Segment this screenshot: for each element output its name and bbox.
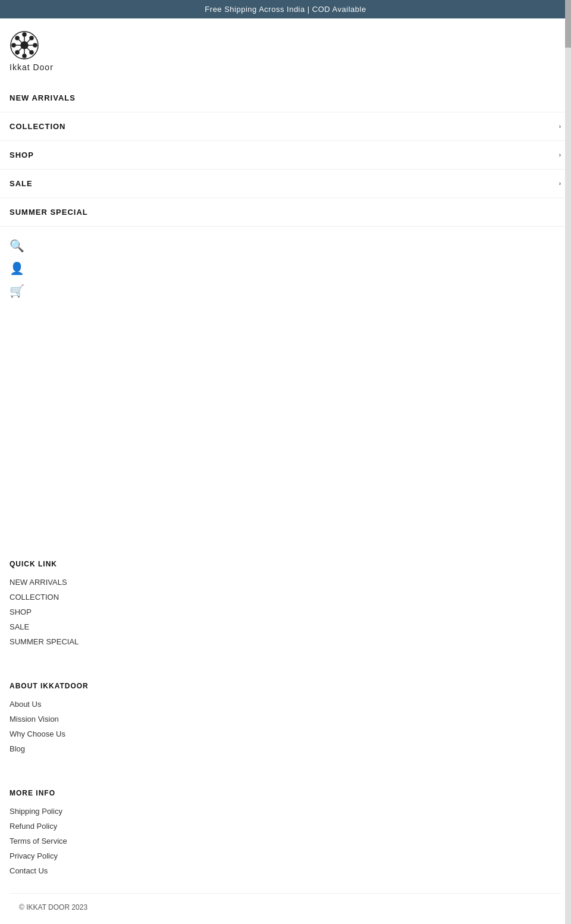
- search-icon[interactable]: 🔍: [10, 239, 561, 253]
- footer-link-sale[interactable]: SALE: [10, 622, 561, 631]
- footer-link-collection[interactable]: COLLECTION: [10, 593, 561, 602]
- svg-point-13: [15, 51, 19, 54]
- main-content: [0, 304, 571, 542]
- footer: QUICK LINK NEW ARRIVALS COLLECTION SHOP …: [0, 542, 571, 921]
- nav-label-sale: SALE: [10, 179, 33, 188]
- footer-bottom: © IKKAT DOOR 2023: [10, 893, 561, 921]
- footer-quick-link-title: QUICK LINK: [10, 560, 561, 568]
- copyright-text: © IKKAT DOOR 2023: [19, 903, 87, 912]
- svg-point-7: [23, 54, 26, 58]
- footer-link-summer-special[interactable]: SUMMER SPECIAL: [10, 637, 561, 646]
- svg-point-9: [33, 43, 37, 47]
- footer-link-blog[interactable]: Blog: [10, 744, 561, 753]
- footer-about-title: ABOUT IKKATDOOR: [10, 682, 561, 690]
- footer-link-about-us[interactable]: About Us: [10, 700, 561, 709]
- svg-point-8: [12, 43, 15, 47]
- cart-icon[interactable]: 🛒: [10, 284, 561, 298]
- scrollbar[interactable]: [565, 0, 571, 924]
- announcement-text: Free Shipping Across India | COD Availab…: [205, 5, 366, 14]
- footer-about: ABOUT IKKATDOOR About Us Mission Vision …: [10, 682, 561, 753]
- logo-text[interactable]: Ikkat Door: [10, 62, 54, 72]
- svg-point-11: [30, 51, 33, 54]
- svg-point-10: [15, 36, 19, 40]
- svg-point-12: [30, 36, 33, 40]
- chevron-down-icon: ›: [559, 152, 561, 158]
- footer-link-contact-us[interactable]: Contact Us: [10, 866, 561, 875]
- nav-item-summer-special[interactable]: SUMMER SPECIAL: [0, 198, 571, 227]
- nav-menu: NEW ARRIVALS COLLECTION › SHOP › SALE › …: [0, 78, 571, 233]
- nav-item-shop[interactable]: SHOP ›: [0, 141, 571, 170]
- nav-item-sale[interactable]: SALE ›: [0, 170, 571, 198]
- nav-label-collection: COLLECTION: [10, 122, 66, 131]
- footer-link-mission-vision[interactable]: Mission Vision: [10, 715, 561, 723]
- footer-link-why-choose-us[interactable]: Why Choose Us: [10, 729, 561, 738]
- icon-row: 🔍 👤 🛒: [0, 233, 571, 304]
- footer-link-terms-of-service[interactable]: Terms of Service: [10, 837, 561, 845]
- footer-more-info-title: MORE INFO: [10, 789, 561, 797]
- footer-link-shipping-policy[interactable]: Shipping Policy: [10, 807, 561, 816]
- footer-more-info: MORE INFO Shipping Policy Refund Policy …: [10, 789, 561, 875]
- footer-link-privacy-policy[interactable]: Privacy Policy: [10, 851, 561, 860]
- nav-item-collection[interactable]: COLLECTION ›: [0, 112, 571, 141]
- scrollbar-thumb[interactable]: [565, 0, 571, 48]
- nav-item-new-arrivals[interactable]: NEW ARRIVALS: [0, 84, 571, 112]
- logo-area: Ikkat Door: [0, 18, 571, 78]
- footer-link-shop[interactable]: SHOP: [10, 607, 561, 616]
- footer-link-new-arrivals[interactable]: NEW ARRIVALS: [10, 578, 561, 587]
- user-icon[interactable]: 👤: [10, 261, 561, 275]
- announcement-bar: Free Shipping Across India | COD Availab…: [0, 0, 571, 18]
- svg-point-5: [21, 42, 28, 49]
- footer-quick-link: QUICK LINK NEW ARRIVALS COLLECTION SHOP …: [10, 560, 561, 646]
- nav-label-summer-special: SUMMER SPECIAL: [10, 208, 88, 217]
- chevron-down-icon: ›: [559, 180, 561, 187]
- logo-icon[interactable]: [10, 30, 39, 60]
- svg-point-6: [23, 33, 26, 36]
- footer-link-refund-policy[interactable]: Refund Policy: [10, 822, 561, 831]
- nav-label-shop: SHOP: [10, 151, 34, 159]
- chevron-down-icon: ›: [559, 123, 561, 130]
- nav-label-new-arrivals: NEW ARRIVALS: [10, 93, 76, 102]
